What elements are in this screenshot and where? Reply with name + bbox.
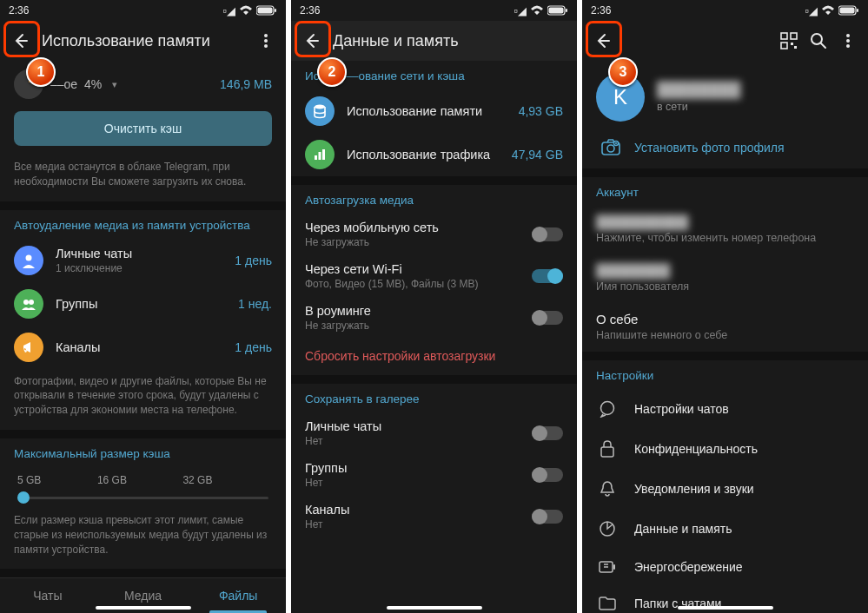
group-icon bbox=[14, 289, 43, 319]
svg-rect-33 bbox=[601, 447, 613, 457]
svg-point-6 bbox=[26, 254, 32, 260]
settings-notifications[interactable]: Уведомления и звуки bbox=[582, 469, 868, 509]
back-button[interactable] bbox=[587, 25, 619, 56]
content: K ████████ в сети Установить фото профил… bbox=[582, 61, 868, 613]
bars-icon bbox=[305, 140, 335, 169]
autodelete-row-private[interactable]: Личные чаты1 исключение 1 день bbox=[0, 239, 286, 282]
toggle-gallery-groups[interactable] bbox=[532, 468, 563, 482]
megaphone-icon bbox=[14, 333, 43, 362]
signal-icon: ▫◢ bbox=[514, 4, 527, 17]
status-icons: ▫◢ bbox=[222, 4, 277, 17]
step-badge-3: 3 bbox=[608, 57, 638, 87]
settings-chats[interactable]: Настройки чатов bbox=[582, 389, 868, 429]
autodelete-row-channels[interactable]: Каналы 1 день bbox=[0, 326, 286, 369]
svg-line-25 bbox=[821, 43, 825, 48]
app-bar: Данные и память 2 bbox=[291, 21, 577, 61]
reset-autoload-link[interactable]: Сбросить настройки автозагрузки bbox=[291, 339, 577, 375]
svg-point-28 bbox=[846, 44, 850, 48]
profile-name: ████████ bbox=[657, 82, 740, 99]
chat-icon bbox=[596, 400, 619, 418]
svg-point-26 bbox=[846, 34, 850, 37]
phone-screen-2: 2:36 ▫◢ Данные и память 2 Ис––––––ование… bbox=[291, 0, 577, 613]
svg-point-32 bbox=[601, 402, 614, 415]
battery-icon bbox=[256, 5, 277, 16]
wifi-icon bbox=[821, 5, 835, 16]
more-button[interactable] bbox=[251, 26, 281, 56]
autoload-wifi-row[interactable]: Через сети Wi-FiФото, Видео (15 MB), Фай… bbox=[291, 255, 577, 297]
svg-rect-23 bbox=[794, 46, 797, 49]
piechart-icon bbox=[596, 520, 619, 537]
arrow-left-icon bbox=[12, 32, 30, 49]
battery-icon bbox=[838, 5, 859, 16]
bio-row[interactable]: О себе Напишите немного о себе bbox=[582, 303, 868, 352]
tab-files[interactable]: Файлы bbox=[190, 578, 286, 613]
status-time: 2:36 bbox=[9, 4, 29, 16]
signal-icon: ▫◢ bbox=[222, 4, 235, 17]
toggle-roaming[interactable] bbox=[532, 311, 563, 325]
page-title: Использование памяти bbox=[42, 32, 251, 50]
home-indicator[interactable] bbox=[387, 606, 482, 610]
back-button[interactable] bbox=[296, 25, 328, 56]
svg-rect-20 bbox=[791, 33, 797, 39]
person-icon bbox=[14, 246, 43, 275]
more-vert-icon bbox=[846, 34, 850, 48]
gallery-header: Сохранять в галерее bbox=[291, 384, 577, 412]
svg-rect-15 bbox=[322, 149, 325, 160]
toggle-gallery-channels[interactable] bbox=[532, 510, 563, 524]
status-time: 2:36 bbox=[591, 4, 611, 16]
traffic-usage-row[interactable]: Использование трафика 47,94 GB bbox=[291, 133, 577, 176]
svg-point-5 bbox=[264, 44, 268, 48]
storage-usage-row[interactable]: Использование памяти 4,93 GB bbox=[291, 89, 577, 133]
more-button[interactable] bbox=[833, 26, 863, 56]
gallery-channels-row[interactable]: КаналыНет bbox=[291, 496, 577, 537]
maxcache-hint: Если размер кэша превысит этот лимит, са… bbox=[0, 508, 286, 569]
wifi-icon bbox=[239, 5, 253, 16]
settings-powersaving[interactable]: Энергосбережение bbox=[582, 549, 868, 585]
svg-point-8 bbox=[29, 300, 34, 305]
svg-rect-36 bbox=[613, 564, 615, 570]
folder-icon bbox=[596, 597, 619, 610]
svg-rect-22 bbox=[791, 43, 793, 45]
camera-icon bbox=[596, 139, 626, 156]
username-row[interactable]: ████████ Имя пользователя bbox=[582, 254, 868, 303]
svg-point-7 bbox=[23, 300, 29, 305]
toggle-wifi[interactable] bbox=[532, 269, 563, 283]
cache-hint: Все медиа останутся в облаке Telegram, п… bbox=[0, 155, 286, 201]
gallery-groups-row[interactable]: ГруппыНет bbox=[291, 454, 577, 496]
svg-rect-11 bbox=[566, 9, 567, 12]
chevron-down-icon: ▾ bbox=[112, 79, 117, 90]
set-photo-row[interactable]: Установить фото профиля bbox=[582, 130, 868, 168]
content: Ис––––––ование сети и кэша Использование… bbox=[291, 61, 577, 613]
settings-privacy[interactable]: Конфиденциальность bbox=[582, 429, 868, 469]
tab-chats[interactable]: Чаты bbox=[0, 578, 96, 613]
svg-rect-21 bbox=[781, 43, 787, 49]
maxcache-header: Максимальный размер кэша bbox=[0, 438, 286, 467]
svg-point-24 bbox=[812, 34, 822, 44]
battery2-icon bbox=[596, 561, 619, 573]
wifi-icon bbox=[530, 5, 544, 16]
autodelete-row-groups[interactable]: Группы 1 нед. bbox=[0, 282, 286, 326]
qr-button[interactable] bbox=[774, 26, 804, 56]
more-vert-icon bbox=[264, 34, 268, 48]
svg-rect-17 bbox=[840, 8, 855, 14]
slider-thumb[interactable] bbox=[17, 491, 30, 504]
clear-cache-button[interactable]: Очистить кэш bbox=[14, 111, 272, 146]
cache-slider[interactable] bbox=[17, 497, 268, 499]
autoload-roaming-row[interactable]: В роумингеНе загружать bbox=[291, 297, 577, 339]
back-button[interactable] bbox=[5, 25, 36, 56]
svg-rect-19 bbox=[781, 33, 787, 39]
content: ––ое 4% ▾ 146,9 MB Очистить кэш Все меди… bbox=[0, 61, 286, 613]
home-indicator[interactable] bbox=[678, 606, 773, 610]
search-button[interactable] bbox=[804, 26, 833, 56]
step-badge-1: 1 bbox=[26, 57, 56, 87]
gallery-private-row[interactable]: Личные чатыНет bbox=[291, 412, 577, 454]
database-icon bbox=[305, 96, 335, 126]
svg-rect-18 bbox=[857, 9, 858, 12]
settings-data[interactable]: Данные и память bbox=[582, 509, 868, 549]
phone-row[interactable]: ██████████ Нажмите, чтобы изменить номер… bbox=[582, 206, 868, 254]
toggle-gallery-private[interactable] bbox=[532, 426, 563, 440]
home-indicator[interactable] bbox=[96, 606, 191, 610]
arrow-left-icon bbox=[594, 32, 612, 49]
autoload-mobile-row[interactable]: Через мобильную сетьНе загружать bbox=[291, 214, 577, 255]
toggle-mobile[interactable] bbox=[532, 227, 563, 241]
